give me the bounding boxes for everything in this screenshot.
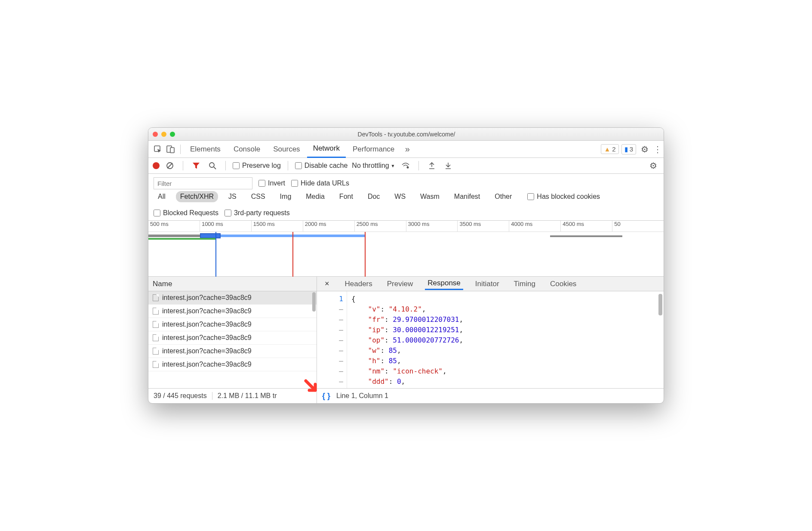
- filter-ws[interactable]: WS: [390, 191, 410, 202]
- upload-icon[interactable]: [426, 162, 438, 170]
- close-detail-button[interactable]: ×: [321, 279, 333, 288]
- filter-media[interactable]: Media: [301, 191, 329, 202]
- request-row[interactable]: interest.json?cache=39ac8c9: [148, 291, 317, 305]
- request-row[interactable]: interest.json?cache=39ac8c9: [148, 318, 317, 331]
- file-icon: [153, 308, 159, 315]
- tab-initiator[interactable]: Initiator: [473, 278, 502, 290]
- tab-performance[interactable]: Performance: [347, 141, 400, 158]
- svg-point-5: [209, 163, 214, 167]
- scrollbar-thumb[interactable]: [312, 292, 316, 312]
- domcontentloaded-marker: [215, 232, 216, 277]
- load-marker: [292, 232, 293, 277]
- warning-icon: ▲: [604, 145, 610, 153]
- tab-response[interactable]: Response: [425, 278, 463, 290]
- transfer-size: 2.1 MB / 11.1 MB tr: [212, 392, 282, 400]
- filter-js[interactable]: JS: [224, 191, 241, 202]
- timeline-ruler: 500 ms1000 ms1500 ms2000 ms2500 ms3000 m…: [148, 221, 664, 232]
- zoom-window-button[interactable]: [170, 132, 175, 137]
- filter-bar: Invert Hide data URLs: [148, 174, 664, 191]
- file-icon: [153, 348, 159, 355]
- tab-preview[interactable]: Preview: [384, 278, 415, 290]
- filter-img[interactable]: Img: [276, 191, 296, 202]
- load-marker: [365, 232, 366, 277]
- network-settings-icon[interactable]: ⚙: [647, 161, 659, 171]
- blocked-requests-checkbox[interactable]: Blocked Requests: [154, 209, 218, 217]
- scrollbar-thumb[interactable]: [658, 294, 662, 315]
- filter-wasm[interactable]: Wasm: [416, 191, 444, 202]
- network-conditions-icon[interactable]: [400, 162, 412, 169]
- extra-filter-row: Blocked Requests 3rd-party requests: [148, 206, 664, 221]
- overview-bar: [148, 235, 200, 237]
- traffic-lights: [153, 132, 175, 137]
- throttling-select[interactable]: No throttling▼: [352, 162, 395, 170]
- settings-icon[interactable]: ⚙: [639, 144, 651, 154]
- more-tabs-icon[interactable]: »: [401, 144, 413, 154]
- warnings-badge[interactable]: ▲ 2: [601, 144, 618, 154]
- hide-data-urls-checkbox[interactable]: Hide data URLs: [291, 179, 349, 187]
- tab-console[interactable]: Console: [228, 141, 266, 158]
- search-icon[interactable]: [206, 162, 218, 170]
- request-row[interactable]: interest.json?cache=39ac8c9: [148, 305, 317, 318]
- svg-rect-2: [170, 148, 174, 153]
- tab-sources[interactable]: Sources: [267, 141, 306, 158]
- filter-input[interactable]: [154, 177, 252, 189]
- main-tabs: Elements Console Sources Network Perform…: [148, 141, 664, 158]
- detail-tabs: × Headers Preview Response Initiator Tim…: [317, 277, 664, 291]
- record-button[interactable]: [153, 162, 160, 169]
- status-left: 39 / 445 requests 2.1 MB / 11.1 MB tr: [148, 389, 317, 403]
- third-party-checkbox[interactable]: 3rd-party requests: [225, 209, 290, 217]
- minimize-window-button[interactable]: [161, 132, 166, 137]
- request-row[interactable]: interest.json?cache=39ac8c9: [148, 331, 317, 345]
- file-icon: [153, 361, 159, 368]
- filter-icon[interactable]: [190, 162, 202, 170]
- filter-manifest[interactable]: Manifest: [450, 191, 484, 202]
- filter-doc[interactable]: Doc: [363, 191, 384, 202]
- overview-bar: [550, 235, 622, 237]
- svg-line-6: [214, 167, 216, 169]
- tab-cookies[interactable]: Cookies: [547, 278, 579, 290]
- window-title: DevTools - tv.youtube.com/welcome/: [175, 131, 638, 138]
- tab-network[interactable]: Network: [307, 141, 346, 158]
- overview-bar: [148, 238, 215, 240]
- timeline-body: [148, 232, 664, 277]
- filter-fetch-xhr[interactable]: Fetch/XHR: [176, 191, 218, 202]
- request-row[interactable]: interest.json?cache=39ac8c9: [148, 358, 317, 371]
- titlebar: DevTools - tv.youtube.com/welcome/: [148, 128, 664, 141]
- inspect-element-icon[interactable]: [152, 145, 164, 153]
- invert-checkbox[interactable]: Invert: [258, 179, 285, 187]
- tab-elements[interactable]: Elements: [184, 141, 227, 158]
- close-window-button[interactable]: [153, 132, 158, 137]
- response-body[interactable]: 1–––––––– { "v": "4.10.2", "fr": 29.9700…: [317, 291, 664, 388]
- request-list[interactable]: interest.json?cache=39ac8c9 interest.jso…: [148, 291, 317, 388]
- clear-icon[interactable]: [164, 162, 176, 170]
- filter-font[interactable]: Font: [335, 191, 357, 202]
- tab-timing[interactable]: Timing: [511, 278, 538, 290]
- svg-point-7: [406, 167, 409, 169]
- request-row[interactable]: interest.json?cache=39ac8c9: [148, 345, 317, 358]
- cursor-position: Line 1, Column 1: [336, 392, 388, 400]
- has-blocked-cookies-checkbox[interactable]: Has blocked cookies: [527, 193, 600, 201]
- timeline-overview[interactable]: 500 ms1000 ms1500 ms2000 ms2500 ms3000 m…: [148, 221, 664, 277]
- file-icon: [153, 334, 159, 341]
- download-icon[interactable]: [442, 162, 454, 170]
- devtools-window: DevTools - tv.youtube.com/welcome/ Eleme…: [148, 127, 664, 404]
- filter-all[interactable]: All: [154, 191, 170, 202]
- preserve-log-checkbox[interactable]: Preserve log: [233, 162, 281, 170]
- pretty-print-button[interactable]: { }: [322, 392, 330, 401]
- type-filter-row: All Fetch/XHR JS CSS Img Media Font Doc …: [148, 191, 664, 206]
- disable-cache-checkbox[interactable]: Disable cache: [295, 162, 348, 170]
- split-view: Name interest.json?cache=39ac8c9 interes…: [148, 277, 664, 389]
- overflow-menu-icon[interactable]: ⋮: [652, 144, 664, 154]
- device-toggle-icon[interactable]: [165, 145, 177, 153]
- line-gutter: 1––––––––: [317, 291, 347, 388]
- tab-headers[interactable]: Headers: [342, 278, 375, 290]
- filter-other[interactable]: Other: [490, 191, 516, 202]
- network-toolbar: Preserve log Disable cache No throttling…: [148, 158, 664, 174]
- info-badge[interactable]: ▮ 3: [621, 144, 636, 154]
- name-column-header[interactable]: Name: [148, 277, 317, 291]
- status-right: { } Line 1, Column 1: [317, 389, 664, 403]
- filter-css[interactable]: CSS: [247, 191, 270, 202]
- svg-line-4: [167, 163, 172, 168]
- request-count: 39 / 445 requests: [148, 392, 212, 400]
- code-content: { "v": "4.10.2", "fr": 29.9700012207031,…: [347, 291, 463, 388]
